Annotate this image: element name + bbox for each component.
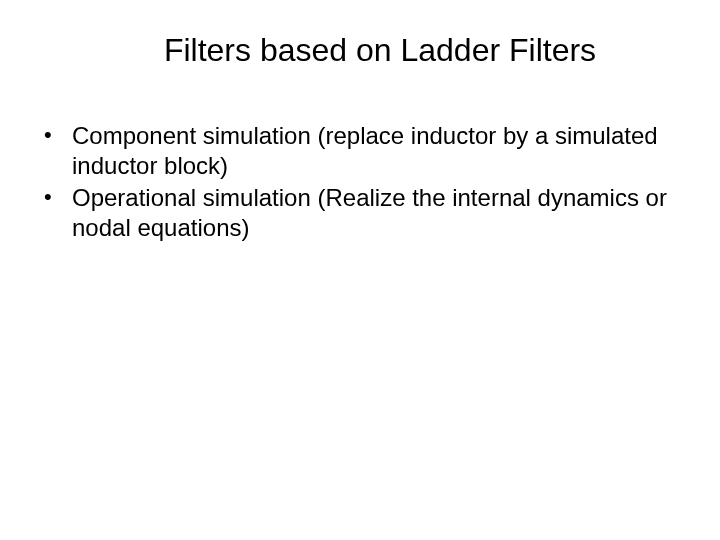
- list-item: Operational simulation (Realize the inte…: [36, 183, 692, 243]
- slide-title: Filters based on Ladder Filters: [28, 32, 692, 69]
- slide-container: Filters based on Ladder Filters Componen…: [0, 0, 720, 540]
- bullet-list: Component simulation (replace inductor b…: [28, 121, 692, 243]
- list-item: Component simulation (replace inductor b…: [36, 121, 692, 181]
